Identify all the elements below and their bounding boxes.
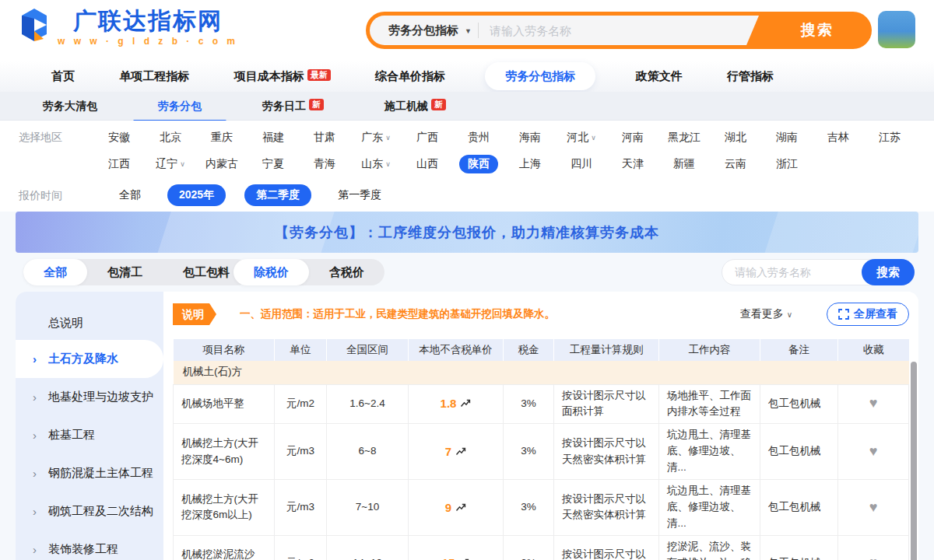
region-guizhou[interactable]: 贵州 (453, 127, 504, 149)
table-row: 机械挖淤泥流沙(深度6m以内) 元/m3 14~19 15 3% 按设计图示尺寸… (174, 535, 909, 560)
time-q2[interactable]: 第二季度 (244, 184, 311, 206)
region-beijing[interactable]: 北京 (145, 127, 196, 149)
region-shandong[interactable]: 山东∨ (350, 153, 402, 175)
region-jilin[interactable]: 吉林 (813, 127, 864, 149)
region-hebei[interactable]: 河北∨ (556, 127, 607, 149)
category-sidebar: 总说明 › 土石方及降水 › 地基处理与边坡支护 › 桩基工程 › 钢筋混凝土主… (16, 292, 163, 560)
region-ningxia[interactable]: 宁夏 (248, 153, 299, 175)
new-badge: 最新 (307, 69, 331, 81)
user-avatar[interactable] (878, 11, 915, 48)
region-yunnan[interactable]: 云南 (710, 153, 761, 175)
nav-composite-price[interactable]: 综合单价指标 (370, 69, 450, 84)
sidebar-item-pile-engineering[interactable]: › 桩基工程 (16, 416, 163, 454)
region-heilongjiang[interactable]: 黑龙江 (658, 127, 710, 149)
time-filter: 报价时间 全部 2025年 第二季度 第一季度 (0, 180, 934, 212)
chevron-down-icon: ∨ (787, 310, 792, 319)
region-anhui[interactable]: 安徽 (93, 127, 145, 149)
sidebar-item-concrete-main[interactable]: › 钢筋混凝土主体工程 (16, 454, 163, 492)
time-year-2025[interactable]: 2025年 (167, 184, 226, 206)
filter-ex-tax[interactable]: 除税价 (234, 259, 309, 285)
nav-admin[interactable]: 行管指标 (722, 69, 778, 84)
sidebar-item-foundation-treatment[interactable]: › 地基处理与边坡支护 (16, 378, 163, 416)
filter-all[interactable]: 全部 (23, 259, 87, 285)
nav-project-cost[interactable]: 项目成本指标最新 (230, 69, 335, 84)
nav-labor-subcontract[interactable]: 劳务分包指标 (485, 62, 595, 90)
region-hunan[interactable]: 湖南 (761, 127, 813, 149)
chevron-right-icon: › (33, 542, 37, 555)
search-button[interactable]: 搜索 (763, 12, 872, 49)
table-scrollbar[interactable] (911, 362, 917, 560)
region-fujian[interactable]: 福建 (248, 127, 299, 149)
nav-home[interactable]: 首页 (47, 69, 79, 84)
region-liaoning[interactable]: 辽宁∨ (145, 153, 196, 175)
cell-note: 包工包机械 (760, 480, 838, 536)
chevron-down-icon: ∨ (385, 134, 391, 142)
col-unit: 单位 (275, 339, 327, 361)
col-note: 备注 (760, 339, 838, 361)
region-hainan[interactable]: 海南 (504, 127, 556, 149)
table-header-row: 项目名称 单位 全国区间 本地不含税单价 税金 工程量计算规则 工作内容 备注 … (174, 339, 909, 361)
cell-note: 包工包机械 (760, 384, 838, 424)
sidebar-item-decoration[interactable]: › 装饰装修工程 (16, 530, 163, 560)
region-shaanxi-selected[interactable]: 陕西 (453, 153, 504, 175)
cell-rule: 按设计图示尺寸以面积计算 (554, 384, 659, 424)
region-shanxi[interactable]: 山西 (402, 153, 453, 175)
region-guangxi[interactable]: 广西 (402, 127, 453, 149)
site-logo[interactable]: 广联达指标网 w w w · g l d z b · c o m (17, 8, 238, 47)
table-search-button[interactable]: 搜索 (862, 259, 915, 285)
favorite-button[interactable]: ♥ (869, 555, 878, 560)
sidebar-item-earthwork[interactable]: › 土石方及降水 (16, 340, 163, 378)
region-chongqing[interactable]: 重庆 (196, 127, 248, 149)
search-category-select[interactable]: 劳务分包指标 (388, 23, 458, 38)
nav-single-project[interactable]: 单项工程指标 (114, 69, 194, 84)
subnav-subcontract[interactable]: 劳务分包 (158, 100, 202, 114)
search-input[interactable] (490, 24, 759, 37)
cell-tax: 3% (504, 480, 554, 536)
time-all[interactable]: 全部 (111, 184, 149, 206)
filter-clean-labor[interactable]: 包清工 (87, 259, 163, 285)
group-label: 机械土(石)方 (174, 361, 909, 384)
sidebar-item-general-notes[interactable]: 总说明 (16, 306, 163, 340)
cell-unit: 元/m2 (275, 384, 327, 424)
region-guangdong[interactable]: 广东∨ (350, 127, 402, 149)
top-search-field: 劳务分包指标 ▼ (370, 16, 759, 45)
cell-name: 机械挖土方(大开挖深度4~6m) (174, 424, 275, 480)
fullscreen-button[interactable]: 全屏查看 (827, 303, 909, 326)
region-jiangxi[interactable]: 江西 (93, 153, 145, 175)
favorite-button[interactable]: ♥ (869, 499, 878, 515)
region-neimenggu[interactable]: 内蒙古 (196, 153, 248, 175)
region-hubei[interactable]: 湖北 (710, 127, 761, 149)
region-zhejiang[interactable]: 浙江 (761, 153, 813, 175)
trend-up-icon (460, 398, 471, 408)
banner-text: 【劳务分包】：工序维度分包报价，助力精准核算劳务成本 (275, 223, 659, 242)
time-q1[interactable]: 第一季度 (330, 184, 389, 206)
subnav-big-clean[interactable]: 劳务大清包 (43, 100, 97, 114)
region-gansu[interactable]: 甘肃 (299, 127, 350, 149)
region-tianjin[interactable]: 天津 (607, 153, 658, 175)
region-henan[interactable]: 河南 (607, 127, 658, 149)
favorite-button[interactable]: ♥ (869, 395, 878, 411)
cell-tax: 3% (504, 384, 554, 424)
region-sichuan[interactable]: 四川 (556, 153, 607, 175)
nav-policy[interactable]: 政策文件 (631, 69, 687, 84)
top-search-bar: 劳务分包指标 ▼ 搜索 (366, 12, 872, 49)
col-tax: 税金 (504, 339, 554, 361)
cell-work: 坑边甩土、清理基底、修理边坡、清... (659, 480, 760, 536)
col-local-price: 本地不含税单价 (409, 339, 504, 361)
favorite-button[interactable]: ♥ (869, 443, 878, 459)
subnav-machinery[interactable]: 施工机械新 (384, 99, 446, 114)
region-xinjiang[interactable]: 新疆 (658, 153, 710, 175)
cell-price: 1.8 (409, 384, 504, 424)
region-qinghai[interactable]: 青海 (299, 153, 350, 175)
sidebar-item-masonry[interactable]: › 砌筑工程及二次结构 (16, 492, 163, 530)
subnav-daily-labor[interactable]: 劳务日工新 (262, 99, 324, 114)
cell-note: 包工包机械 (760, 535, 838, 560)
region-jiangsu[interactable]: 江苏 (864, 127, 915, 149)
col-project-name: 项目名称 (174, 339, 275, 361)
dropdown-caret-icon[interactable]: ▼ (465, 27, 472, 35)
region-shanghai[interactable]: 上海 (504, 153, 556, 175)
filter-bar: 全部 包清工 包工包料 除税价 含税价 搜索 (0, 253, 934, 292)
filter-inc-tax[interactable]: 含税价 (309, 259, 384, 285)
view-more-button[interactable]: 查看更多∨ (740, 307, 792, 321)
cell-work: 挖淤泥、流沙、装车或堆放一边、移动... (659, 535, 760, 560)
